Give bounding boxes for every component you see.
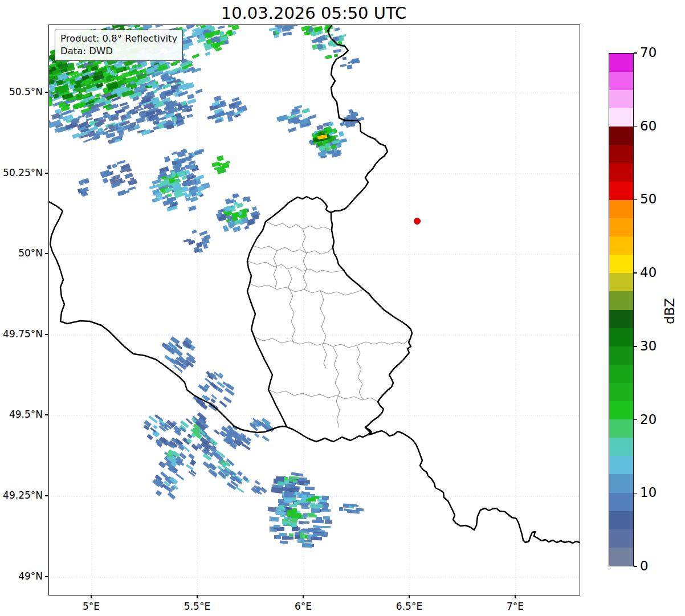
x-tick-mark — [515, 595, 515, 598]
x-tick-label: 5°E — [68, 601, 114, 612]
colorbar-segment — [609, 456, 633, 475]
x-tick-label: 5.5°E — [174, 601, 220, 612]
colorbar-tick-mark — [634, 493, 637, 493]
colorbar-tick-label: 40 — [640, 265, 657, 280]
colorbar-tick-mark — [634, 126, 637, 127]
canton-boundary — [254, 337, 410, 348]
colorbar-segment — [609, 529, 633, 548]
product-annotation-box: Product: 0.8° Reflectivity Data: DWD — [55, 30, 183, 61]
colorbar-tick-label: 60 — [640, 119, 657, 133]
product-annotation-line2: Data: DWD — [60, 45, 177, 58]
x-tick-mark — [303, 595, 303, 598]
border-belgium-germany — [328, 25, 388, 213]
colorbar-segment — [609, 200, 633, 219]
colorbar-tick-label: 70 — [640, 45, 657, 60]
x-tick-label: 6°E — [280, 601, 326, 612]
y-tick-label: 49.5°N — [2, 409, 43, 420]
colorbar-segment — [609, 511, 633, 530]
y-tick-mark — [45, 495, 48, 496]
colorbar-tick-label: 20 — [640, 412, 657, 427]
borders-layer — [49, 25, 580, 595]
colorbar-segment — [609, 54, 633, 72]
colorbar-segment — [609, 108, 633, 127]
canton-boundary — [268, 390, 378, 402]
y-tick-label: 50°N — [2, 247, 43, 259]
x-tick-label: 7°E — [492, 601, 538, 612]
colorbar-segment — [609, 493, 633, 512]
colorbar-tick-label: 10 — [640, 485, 657, 500]
y-tick-label: 50.5°N — [2, 86, 43, 97]
x-tick-mark — [91, 595, 91, 598]
colorbar-segment — [609, 90, 633, 109]
colorbar-segment — [609, 474, 633, 493]
border-france-germany — [365, 427, 580, 543]
colorbar-segment — [609, 291, 633, 310]
canton-boundary — [274, 251, 277, 287]
canton-boundary — [288, 270, 295, 343]
canton-boundary — [333, 346, 340, 427]
x-tick-mark — [197, 595, 197, 598]
canton-boundary — [253, 246, 333, 254]
canton-boundary — [247, 261, 344, 272]
colorbar-tick-label: 30 — [640, 338, 657, 353]
y-tick-label: 50.25°N — [2, 167, 43, 178]
colorbar-segment — [609, 401, 633, 420]
colorbar-tick-mark — [634, 419, 637, 420]
map-plot: Product: 0.8° Reflectivity Data: DWD — [48, 25, 580, 595]
y-tick-mark — [45, 173, 48, 173]
colorbar — [609, 53, 634, 566]
colorbar-tick-mark — [634, 346, 637, 346]
colorbar-segment — [609, 365, 633, 384]
colorbar-segment — [609, 383, 633, 402]
colorbar-segment — [609, 145, 633, 164]
colorbar-tick-mark — [634, 272, 637, 273]
colorbar-segment — [609, 218, 633, 237]
x-tick-label: 6.5°E — [386, 601, 432, 612]
figure-title: 10.03.2026 05:50 UTC — [48, 3, 579, 23]
y-tick-label: 49.25°N — [2, 489, 43, 501]
station-marker-dot — [414, 218, 421, 225]
colorbar-segment — [609, 127, 633, 145]
x-tick-mark — [409, 595, 409, 598]
y-tick-mark — [45, 576, 48, 577]
colorbar-tick-mark — [634, 566, 637, 566]
colorbar-segment — [609, 164, 633, 182]
canton-boundary — [302, 229, 307, 289]
colorbar-segment — [609, 273, 633, 292]
y-tick-label: 49.75°N — [2, 328, 43, 340]
colorbar-segment — [609, 548, 633, 566]
y-tick-mark — [45, 92, 48, 92]
radar-figure: 10.03.2026 05:50 UTC Product: 0.8° Refle… — [0, 0, 685, 616]
y-tick-mark — [45, 253, 48, 254]
colorbar-segment — [609, 310, 633, 329]
border-luxembourg — [247, 197, 412, 442]
colorbar-tick-mark — [634, 199, 637, 200]
canton-boundary — [357, 345, 362, 399]
colorbar-segment — [609, 438, 633, 456]
colorbar-segment — [609, 346, 633, 365]
colorbar-segment — [609, 419, 633, 438]
colorbar-segment — [609, 182, 633, 201]
colorbar-label: dBZ — [662, 294, 677, 328]
colorbar-segment — [609, 72, 633, 91]
colorbar-segment — [609, 255, 633, 274]
colorbar-tick-label: 50 — [640, 191, 657, 206]
canton-boundary — [266, 222, 332, 230]
colorbar-tick-label: 0 — [640, 558, 649, 573]
colorbar-segment — [609, 236, 633, 255]
colorbar-segment — [609, 328, 633, 347]
border-belgium-france — [49, 202, 287, 433]
colorbar-tick-mark — [634, 52, 637, 53]
y-tick-mark — [45, 334, 48, 334]
canton-boundary — [320, 291, 327, 368]
product-annotation-line1: Product: 0.8° Reflectivity — [60, 32, 177, 45]
y-tick-label: 49°N — [2, 570, 43, 582]
y-tick-mark — [45, 414, 48, 415]
